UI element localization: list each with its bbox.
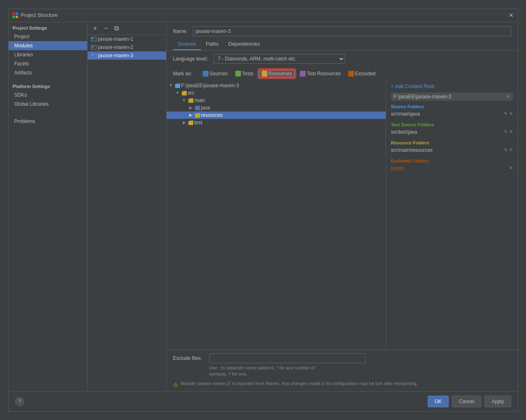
exclude-files-input[interactable] [209,353,366,363]
resource-folder-edit-1[interactable]: ✎ [504,147,507,153]
main-label: main [195,97,205,103]
excluded-color-icon [348,71,354,77]
tree-node-root[interactable]: ▼ F:\javaEE\javase-maven-3 [167,82,386,89]
name-input[interactable] [193,26,511,36]
mark-sources-button[interactable]: Sources [200,70,230,77]
tree-node-java[interactable]: ▶ java [167,104,386,111]
sidebar-item-libraries[interactable]: Libraries [9,50,87,59]
resource-folders-section: Resource Folders src\main\resources ✎ ✕ [391,140,513,153]
dialog-title: Project Structure [21,12,508,18]
svg-rect-7 [92,46,94,47]
tab-dependencies[interactable]: Dependencies [223,39,265,50]
java-label: java [201,105,210,111]
src-arrow: ▼ [175,90,181,96]
excluded-folder-actions-1: ✕ [509,165,513,171]
cancel-button[interactable]: Cancel [452,396,481,407]
module-label-1: javase-maven-1 [98,36,133,42]
resources-arrow: ▶ [188,112,194,118]
resource-folder-remove-1[interactable]: ✕ [509,147,513,153]
copy-module-button[interactable]: ⧉ [112,24,121,33]
mark-test-resources-button[interactable]: Test Resources [297,70,343,77]
sidebar-item-problems[interactable]: Problems [9,117,87,126]
src-folder-icon [181,90,187,96]
tree-node-resources[interactable]: ▶ resources [167,111,386,119]
test-source-path-1: src\test\java [391,129,504,135]
sidebar-item-global-libraries[interactable]: Global Libraries [9,100,87,109]
resources-color-icon [262,71,267,77]
name-label: Name: [173,28,190,34]
main-folder-icon [188,97,194,103]
svg-rect-5 [92,38,94,39]
sidebar-item-facets[interactable]: Facets [9,59,87,68]
mark-resources-button[interactable]: Resources [259,70,295,78]
name-row: Name: [167,22,518,39]
sidebar: Project Settings Project Modules Librari… [9,22,88,391]
content-root-header: + Add Content Root [391,84,513,89]
content-root-close-button[interactable]: ✕ [506,94,510,100]
excluded-folder-path-1: target [391,165,509,171]
source-folder-remove-1[interactable]: ✕ [509,111,513,116]
module-item-2[interactable]: javase-maven-2 [88,43,166,51]
module-label-3: javase-maven-3 [98,53,133,58]
right-panel: Name: Sources Paths Dependencies Languag… [167,22,518,391]
tree-node-test[interactable]: ▶ test [167,119,386,126]
module-item-1[interactable]: javase-maven-1 [88,35,166,43]
source-folders-section: Source Folders src\main\java ✎ ✕ [391,104,513,117]
resource-folder-path-1: src\main\resources [391,147,504,153]
src-label: src [188,90,195,96]
source-folders-title: Source Folders [391,104,513,109]
add-content-root-button[interactable]: + Add Content Root [391,84,434,89]
language-level-select[interactable]: 7 - Diamonds, ARM, multi-catch etc. [213,54,345,64]
dialog-footer: ? OK Cancel Apply [9,391,518,411]
mark-as-label: Mark as: [173,71,198,77]
sidebar-item-modules[interactable]: Modules [9,41,87,50]
module-tree-area: + − ⧉ javase-maven-1 javase-maven-2 [88,22,167,391]
tree-node-main[interactable]: ▼ main [167,97,386,104]
sidebar-item-project[interactable]: Project [9,32,87,41]
sidebar-item-artifacts[interactable]: Artifacts [9,68,87,77]
ok-button[interactable]: OK [428,396,449,407]
mark-excluded-button[interactable]: Excluded [346,70,378,77]
sidebar-item-sdks[interactable]: SDKs [9,90,87,100]
project-settings-header: Project Settings [9,22,87,32]
tab-paths[interactable]: Paths [201,39,224,50]
module-icon-1 [91,36,97,42]
java-folder-icon [195,105,200,111]
content-root-title: F:\javaEE\javase-maven-3 ✕ [391,93,513,101]
help-button[interactable]: ? [15,397,24,406]
test-label: test [195,120,202,125]
main-arrow: ▼ [181,97,187,103]
bottom-section: Exclude files: Use ; to separate name pa… [167,350,518,391]
resources-folder-icon [195,112,200,118]
main-content: Project Settings Project Modules Librari… [9,22,518,391]
add-module-button[interactable]: + [91,24,100,33]
tab-sources[interactable]: Sources [173,39,201,50]
apply-button[interactable]: Apply [484,396,511,407]
svg-rect-3 [16,16,18,18]
title-bar: Project Structure ✕ [9,9,518,22]
svg-rect-0 [12,12,15,15]
split-panel: ▼ F:\javaEE\javase-maven-3 ▼ [167,80,518,350]
root-arrow: ▼ [168,83,174,88]
platform-settings-header: Platform Settings [9,81,87,90]
tests-btn-label: Tests [242,71,254,77]
warning-icon: ⚠ [173,381,178,388]
test-source-remove-1[interactable]: ✕ [509,129,513,135]
excluded-folder-entry-1: target ✕ [391,165,513,172]
app-icon [12,12,19,19]
source-folder-entry-1: src\main\java ✎ ✕ [391,111,513,117]
mark-tests-button[interactable]: Tests [233,70,256,77]
source-folder-edit-1[interactable]: ✎ [504,111,507,116]
tests-color-icon [235,71,241,77]
close-button[interactable]: ✕ [508,12,514,19]
module-icon-3 [91,53,97,58]
excluded-folder-remove-1[interactable]: ✕ [509,165,513,171]
test-source-edit-1[interactable]: ✎ [504,129,507,135]
remove-module-button[interactable]: − [102,24,111,33]
language-level-row: Language level: 7 - Diamonds, ARM, multi… [167,51,518,67]
resources-label: resources [201,112,223,118]
tree-node-src[interactable]: ▼ src [167,89,386,97]
language-level-label: Language level: [173,56,210,62]
svg-rect-9 [92,54,94,56]
module-item-3[interactable]: javase-maven-3 [88,51,166,60]
